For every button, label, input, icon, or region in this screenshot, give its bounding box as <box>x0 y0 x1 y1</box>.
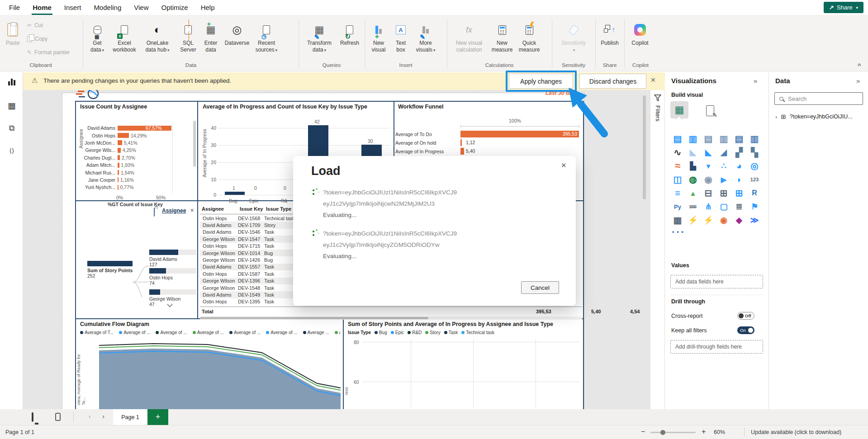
stacked-area-chart[interactable]: ◣ <box>701 146 716 159</box>
cut-button[interactable]: ✂Cut <box>27 22 43 28</box>
funnel-bar[interactable] <box>460 148 464 155</box>
get-data-button[interactable]: ▦ Get data▾ <box>86 18 109 61</box>
waterfall-chart[interactable]: ▙ <box>685 159 701 173</box>
keep-all-filters-toggle[interactable]: On <box>737 326 754 334</box>
clustered-column-chart[interactable]: ▥ <box>716 132 731 146</box>
ribbon-chart[interactable]: ≈ <box>670 159 685 173</box>
new-measure-button[interactable]: Newmeasure <box>489 18 515 61</box>
matrix[interactable]: ⊞ <box>731 186 747 200</box>
collapse-ribbon-chevron[interactable]: ^ <box>858 62 861 69</box>
publish-button[interactable]: ↑ Publish <box>598 18 621 61</box>
mobile-view-icon[interactable] <box>55 413 61 421</box>
report-view-icon[interactable] <box>6 76 18 88</box>
legend-item[interactable]: Story <box>425 330 440 335</box>
paginated-report[interactable]: ▦ <box>670 213 685 227</box>
bar-row[interactable]: Jane Cooper 1,16% <box>82 176 171 184</box>
stacked-column-chart[interactable]: ▥ <box>685 132 701 146</box>
treemap[interactable]: ◫ <box>670 173 685 186</box>
dax-query-view-icon[interactable]: ⟨⟩ <box>6 145 18 156</box>
onelake-data-hub-button[interactable]: ◐ OneLake data hub▾ <box>139 18 175 61</box>
model-view-icon[interactable]: ⧉ <box>6 122 18 134</box>
copy-button[interactable]: Copy <box>27 36 47 42</box>
donut-chart[interactable]: ◎ <box>747 159 762 173</box>
line-chart[interactable]: ∿ <box>670 146 685 159</box>
tree-root-node[interactable]: Sum of Story Points 252 <box>87 261 133 279</box>
parameters-slicer[interactable]: ≔ <box>685 200 701 213</box>
menu-item[interactable]: Optimize <box>155 1 194 14</box>
r-script-visual[interactable]: R <box>747 186 762 200</box>
zoom-out-button[interactable]: − <box>641 428 645 436</box>
menu-item[interactable]: Help <box>194 1 221 14</box>
dataset-field-item[interactable]: › ⊞ ?token=eyJhbGciOiJIU... <box>775 113 864 120</box>
apply-changes-button[interactable]: Apply changes <box>509 74 573 89</box>
bar-row[interactable]: George Wils... 4,25% <box>82 146 171 154</box>
new-page-button[interactable]: + <box>147 409 168 425</box>
quick-measure-button[interactable]: Quickmeasure <box>516 18 543 61</box>
area-chart[interactable]: ◣ <box>685 146 701 159</box>
collapse-pane-icon[interactable]: » <box>856 77 860 85</box>
desktop-view-icon[interactable] <box>32 412 33 422</box>
format-visual-tab[interactable]: ✎ <box>701 102 719 119</box>
power-automate[interactable]: ≫ <box>747 213 762 227</box>
smart-narrative[interactable]: ≣ <box>731 200 747 213</box>
new-visual-calculation-button[interactable]: fx New visualcalculation <box>450 18 489 61</box>
funnel-row[interactable]: Average of On hold 1,12 <box>395 138 580 147</box>
more-visuals-button[interactable]: ✎ More visuals▾ <box>412 18 440 61</box>
cross-report-toggle[interactable]: Off <box>737 312 754 320</box>
map[interactable]: ◍ <box>685 173 701 186</box>
legend-item[interactable]: Technical task <box>461 330 494 335</box>
stacked-bar-chart[interactable]: ▤ <box>670 132 685 146</box>
funnel-row[interactable]: Average of In Progress 5,40 <box>395 147 580 156</box>
line-and-stacked-column-chart[interactable]: ▞ <box>731 146 747 159</box>
bar-row[interactable]: Jonh McDon... 5,41% <box>82 139 171 146</box>
add-drill-through-fields-well[interactable]: Add drill-through fields here <box>670 340 763 354</box>
excel-workbook-button[interactable]: X Excelworkbook <box>110 18 138 61</box>
expand-chevron-icon[interactable]: › <box>775 113 777 120</box>
filled-map[interactable]: ◉ <box>701 173 716 186</box>
pie-chart[interactable]: ◕ <box>731 159 747 173</box>
legend-item[interactable]: R&D <box>408 330 422 335</box>
funnel-bar[interactable] <box>460 131 579 137</box>
canvas-scrollbar[interactable] <box>643 95 646 199</box>
update-available-link[interactable]: Update available (click to download) <box>751 429 841 435</box>
paste-button[interactable]: Paste <box>3 18 23 61</box>
recent-sources-button[interactable]: ◷ Recent sources▾ <box>252 18 280 61</box>
cfd-plot[interactable] <box>95 337 343 409</box>
menu-item[interactable]: Modeling <box>87 1 128 14</box>
format-painter-button[interactable]: ✎Format painter <box>27 49 70 56</box>
bar-row[interactable]: Yurii Nyshch... 0,77% <box>82 184 171 191</box>
menu-item[interactable]: File <box>3 1 26 14</box>
legend-item[interactable]: Average of ... <box>156 330 187 335</box>
menu-item[interactable]: Home <box>26 1 58 14</box>
funnel-chart[interactable]: ▼ <box>701 159 716 173</box>
copilot-button[interactable]: Copilot <box>627 18 653 61</box>
clustered-bar-chart[interactable]: ▤ <box>701 132 716 146</box>
legend-item[interactable]: Average of ... <box>266 330 297 335</box>
legend-item[interactable]: Average of ... <box>229 330 261 335</box>
text-box-button[interactable]: A Textbox <box>391 18 411 61</box>
bar[interactable] <box>118 140 122 145</box>
legend-item[interactable]: Average of T... <box>80 330 114 335</box>
scrollbar[interactable] <box>193 121 196 167</box>
zoom-slider-track[interactable] <box>650 432 696 433</box>
bar[interactable] <box>118 148 121 153</box>
legend-item[interactable]: Average ... <box>335 330 340 335</box>
line-and-clustered-column-chart[interactable]: ▚ <box>747 146 762 159</box>
q-and-a[interactable]: ▢ <box>716 200 731 213</box>
azure-map[interactable]: ▶ <box>716 173 731 186</box>
bar-row[interactable]: David Adams 67,57% <box>82 124 171 132</box>
legend-item[interactable]: Average of ... <box>193 330 224 335</box>
tree-child-node[interactable]: David Adams 127 <box>149 250 196 267</box>
legend-item[interactable]: Task <box>444 330 458 335</box>
legend-item[interactable]: Average ... <box>303 330 329 335</box>
bar-row[interactable]: Adam Mitch... 1,93% <box>82 161 171 169</box>
table-view-icon[interactable]: ▦ <box>6 99 18 111</box>
visual-issue-count-by-assignee[interactable]: Issue Count by Assignee Assignee David A… <box>76 102 197 199</box>
enter-data-button[interactable]: ▦ + Enterdata <box>200 18 222 61</box>
banner-close-icon[interactable]: ✕ <box>650 76 656 84</box>
funnel-bar[interactable] <box>460 139 462 146</box>
bar-row[interactable]: Michael Rus... 1,54% <box>82 169 171 176</box>
slicer[interactable]: ⊟ <box>701 186 716 200</box>
refresh-button[interactable]: ↻ Refresh <box>337 18 362 61</box>
collapse-pane-icon[interactable]: » <box>754 77 757 85</box>
